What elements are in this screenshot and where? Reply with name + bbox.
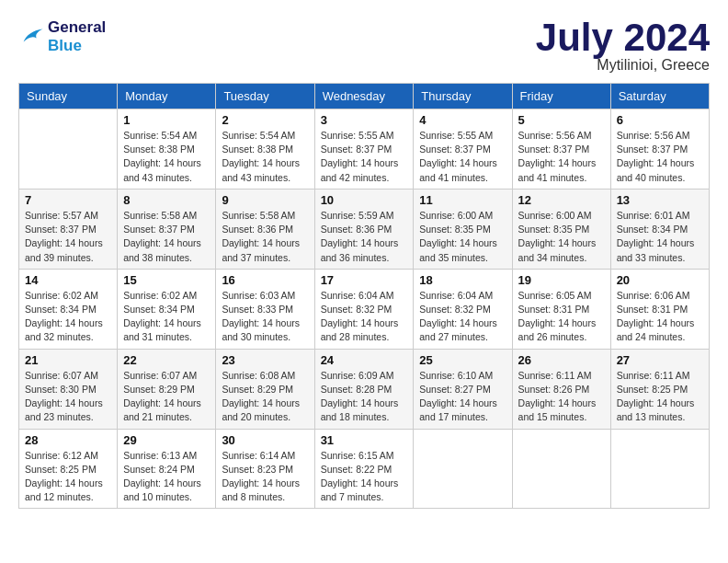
calendar-header-thursday: Thursday (414, 84, 512, 109)
day-info: Sunrise: 5:55 AMSunset: 8:37 PMDaylight:… (419, 129, 506, 185)
day-number: 22 (123, 353, 210, 367)
day-number: 26 (518, 353, 605, 367)
day-info: Sunrise: 6:11 AMSunset: 8:25 PMDaylight:… (617, 369, 703, 425)
calendar-cell: 2Sunrise: 5:54 AMSunset: 8:38 PMDaylight… (216, 109, 314, 190)
calendar-cell: 15Sunrise: 6:02 AMSunset: 8:34 PMDayligh… (118, 269, 216, 349)
day-info: Sunrise: 6:02 AMSunset: 8:34 PMDaylight:… (25, 289, 111, 345)
day-info: Sunrise: 5:59 AMSunset: 8:36 PMDaylight:… (321, 209, 408, 265)
calendar-cell: 21Sunrise: 6:07 AMSunset: 8:30 PMDayligh… (19, 349, 118, 429)
day-info: Sunrise: 6:06 AMSunset: 8:31 PMDaylight:… (617, 289, 703, 345)
day-number: 12 (518, 193, 605, 207)
day-info: Sunrise: 6:10 AMSunset: 8:27 PMDaylight:… (419, 369, 506, 425)
logo: General Blue (18, 18, 106, 55)
calendar-cell: 29Sunrise: 6:13 AMSunset: 8:24 PMDayligh… (118, 429, 216, 509)
calendar-cell: 6Sunrise: 5:56 AMSunset: 8:37 PMDaylight… (610, 109, 709, 190)
calendar-cell: 23Sunrise: 6:08 AMSunset: 8:29 PMDayligh… (216, 349, 314, 429)
day-number: 23 (222, 353, 308, 367)
calendar-cell: 12Sunrise: 6:00 AMSunset: 8:35 PMDayligh… (512, 189, 610, 269)
day-number: 16 (222, 273, 308, 287)
calendar-cell: 26Sunrise: 6:11 AMSunset: 8:26 PMDayligh… (512, 349, 610, 429)
calendar-cell: 17Sunrise: 6:04 AMSunset: 8:32 PMDayligh… (314, 269, 414, 349)
day-number: 18 (419, 273, 506, 287)
location-title: Mytilinioi, Greece (536, 57, 710, 74)
day-info: Sunrise: 5:54 AMSunset: 8:38 PMDaylight:… (123, 129, 210, 185)
day-info: Sunrise: 6:13 AMSunset: 8:24 PMDaylight:… (123, 449, 210, 505)
day-info: Sunrise: 5:58 AMSunset: 8:36 PMDaylight:… (222, 209, 308, 265)
calendar-week-3: 14Sunrise: 6:02 AMSunset: 8:34 PMDayligh… (19, 269, 710, 349)
calendar-cell: 3Sunrise: 5:55 AMSunset: 8:37 PMDaylight… (314, 109, 414, 190)
calendar-cell: 24Sunrise: 6:09 AMSunset: 8:28 PMDayligh… (314, 349, 414, 429)
day-number: 25 (419, 353, 506, 367)
day-number: 11 (419, 193, 506, 207)
calendar-body: 1Sunrise: 5:54 AMSunset: 8:38 PMDaylight… (19, 109, 710, 509)
day-number: 5 (518, 113, 605, 127)
day-number: 2 (222, 113, 308, 127)
calendar-cell: 25Sunrise: 6:10 AMSunset: 8:27 PMDayligh… (414, 349, 512, 429)
day-info: Sunrise: 6:08 AMSunset: 8:29 PMDaylight:… (222, 369, 308, 425)
day-info: Sunrise: 6:03 AMSunset: 8:33 PMDaylight:… (222, 289, 308, 345)
day-info: Sunrise: 6:00 AMSunset: 8:35 PMDaylight:… (518, 209, 605, 265)
day-number: 21 (25, 353, 111, 367)
calendar-header-monday: Monday (118, 84, 216, 109)
calendar-cell: 28Sunrise: 6:12 AMSunset: 8:25 PMDayligh… (19, 429, 118, 509)
calendar-cell: 10Sunrise: 5:59 AMSunset: 8:36 PMDayligh… (314, 189, 414, 269)
calendar-week-1: 1Sunrise: 5:54 AMSunset: 8:38 PMDaylight… (19, 109, 710, 190)
calendar-cell (414, 429, 512, 509)
day-info: Sunrise: 6:14 AMSunset: 8:23 PMDaylight:… (222, 449, 308, 505)
calendar-cell: 31Sunrise: 6:15 AMSunset: 8:22 PMDayligh… (314, 429, 414, 509)
day-info: Sunrise: 6:05 AMSunset: 8:31 PMDaylight:… (518, 289, 605, 345)
day-info: Sunrise: 5:56 AMSunset: 8:37 PMDaylight:… (617, 129, 703, 185)
calendar-cell: 9Sunrise: 5:58 AMSunset: 8:36 PMDaylight… (216, 189, 314, 269)
day-number: 29 (123, 433, 210, 447)
day-info: Sunrise: 6:04 AMSunset: 8:32 PMDaylight:… (419, 289, 506, 345)
day-number: 24 (321, 353, 408, 367)
calendar-cell: 19Sunrise: 6:05 AMSunset: 8:31 PMDayligh… (512, 269, 610, 349)
day-number: 19 (518, 273, 605, 287)
day-info: Sunrise: 6:12 AMSunset: 8:25 PMDaylight:… (25, 449, 111, 505)
calendar-cell: 11Sunrise: 6:00 AMSunset: 8:35 PMDayligh… (414, 189, 512, 269)
day-info: Sunrise: 5:55 AMSunset: 8:37 PMDaylight:… (321, 129, 408, 185)
calendar-cell (512, 429, 610, 509)
day-info: Sunrise: 6:00 AMSunset: 8:35 PMDaylight:… (419, 209, 506, 265)
day-info: Sunrise: 5:54 AMSunset: 8:38 PMDaylight:… (222, 129, 308, 185)
day-number: 28 (25, 433, 111, 447)
page-header: General Blue July 2024 Mytilinioi, Greec… (18, 18, 710, 74)
calendar-header-tuesday: Tuesday (216, 84, 314, 109)
day-number: 9 (222, 193, 308, 207)
day-number: 3 (321, 113, 408, 127)
day-number: 15 (123, 273, 210, 287)
day-info: Sunrise: 5:56 AMSunset: 8:37 PMDaylight:… (518, 129, 605, 185)
calendar-cell (19, 109, 118, 190)
day-number: 10 (321, 193, 408, 207)
day-number: 30 (222, 433, 308, 447)
calendar-cell: 13Sunrise: 6:01 AMSunset: 8:34 PMDayligh… (610, 189, 709, 269)
calendar-header-friday: Friday (512, 84, 610, 109)
calendar-cell: 22Sunrise: 6:07 AMSunset: 8:29 PMDayligh… (118, 349, 216, 429)
day-number: 6 (617, 113, 703, 127)
day-info: Sunrise: 6:09 AMSunset: 8:28 PMDaylight:… (321, 369, 408, 425)
day-info: Sunrise: 6:07 AMSunset: 8:30 PMDaylight:… (25, 369, 111, 425)
day-number: 13 (617, 193, 703, 207)
calendar-cell: 5Sunrise: 5:56 AMSunset: 8:37 PMDaylight… (512, 109, 610, 190)
calendar-cell: 16Sunrise: 6:03 AMSunset: 8:33 PMDayligh… (216, 269, 314, 349)
day-number: 17 (321, 273, 408, 287)
calendar-header-wednesday: Wednesday (314, 84, 414, 109)
day-info: Sunrise: 5:58 AMSunset: 8:37 PMDaylight:… (123, 209, 210, 265)
calendar-cell: 27Sunrise: 6:11 AMSunset: 8:25 PMDayligh… (610, 349, 709, 429)
calendar-header-row: SundayMondayTuesdayWednesdayThursdayFrid… (19, 84, 710, 109)
calendar-cell: 1Sunrise: 5:54 AMSunset: 8:38 PMDaylight… (118, 109, 216, 190)
day-info: Sunrise: 6:11 AMSunset: 8:26 PMDaylight:… (518, 369, 605, 425)
calendar-week-2: 7Sunrise: 5:57 AMSunset: 8:37 PMDaylight… (19, 189, 710, 269)
day-info: Sunrise: 6:15 AMSunset: 8:22 PMDaylight:… (321, 449, 408, 505)
calendar-cell: 14Sunrise: 6:02 AMSunset: 8:34 PMDayligh… (19, 269, 118, 349)
day-info: Sunrise: 6:02 AMSunset: 8:34 PMDaylight:… (123, 289, 210, 345)
day-number: 7 (25, 193, 111, 207)
calendar-week-5: 28Sunrise: 6:12 AMSunset: 8:25 PMDayligh… (19, 429, 710, 509)
day-number: 31 (321, 433, 408, 447)
calendar-cell: 8Sunrise: 5:58 AMSunset: 8:37 PMDaylight… (118, 189, 216, 269)
day-number: 4 (419, 113, 506, 127)
title-area: July 2024 Mytilinioi, Greece (536, 18, 710, 74)
calendar-cell: 7Sunrise: 5:57 AMSunset: 8:37 PMDaylight… (19, 189, 118, 269)
day-number: 27 (617, 353, 703, 367)
day-number: 14 (25, 273, 111, 287)
